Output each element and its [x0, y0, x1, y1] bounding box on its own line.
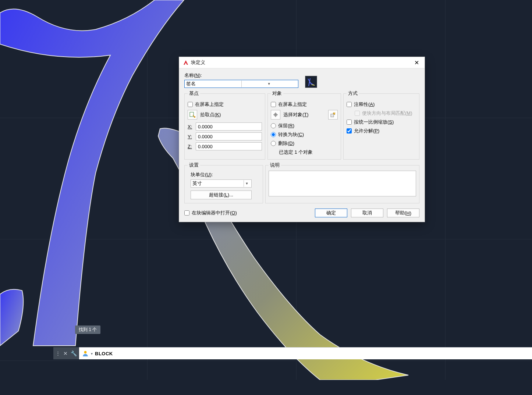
match-layout-checkbox: 使块方向与布局匹配(M)	[355, 110, 416, 117]
y-input[interactable]	[196, 132, 262, 140]
unit-label: 块单位(U):	[191, 171, 260, 178]
command-bar-handle[interactable]: ⋮ ✕ 🔧	[53, 347, 79, 359]
chevron-down-icon[interactable]: ▼	[244, 180, 250, 187]
command-text: BLOCK	[95, 351, 113, 356]
wrench-icon[interactable]: 🔧	[71, 350, 77, 356]
unit-value: 英寸	[192, 180, 202, 187]
x-label: X:	[188, 124, 194, 129]
command-bar: ⋮ ✕ 🔧 ▾ BLOCK	[53, 347, 532, 359]
cancel-button[interactable]: 取消	[351, 209, 383, 217]
selection-status: 已选定 1 个对象	[279, 149, 338, 156]
dialog-titlebar[interactable]: 块定义 ✕	[179, 57, 425, 68]
svg-rect-3	[331, 114, 334, 117]
pick-point-button[interactable]	[188, 110, 197, 120]
svg-rect-1	[190, 112, 194, 117]
group-behavior-legend: 方式	[347, 90, 359, 97]
svg-point-4	[334, 113, 336, 114]
block-definition-dialog: 块定义 ✕ 名称(N): 签名 ▼ 基点	[179, 57, 425, 222]
caret-down-icon: ▾	[91, 352, 93, 356]
close-icon[interactable]: ✕	[63, 350, 68, 356]
group-description-legend: 说明	[269, 162, 281, 168]
name-label: 名称(N):	[184, 72, 298, 79]
x-input[interactable]	[196, 122, 262, 131]
retain-radio[interactable]: 保留(R)	[271, 122, 338, 129]
hyperlink-button[interactable]: 超链接(L)...	[191, 191, 252, 199]
z-input[interactable]	[196, 142, 262, 150]
group-description: 说明	[265, 162, 419, 203]
description-textarea[interactable]	[269, 171, 416, 196]
name-combo[interactable]: 签名 ▼	[184, 80, 298, 88]
quick-select-button[interactable]	[328, 110, 338, 120]
command-input[interactable]: ▾ BLOCK	[79, 347, 532, 359]
grip-icon: ⋮	[56, 350, 60, 356]
svg-point-0	[84, 351, 87, 353]
group-base-legend: 基点	[188, 90, 200, 97]
z-label: Z:	[188, 144, 194, 149]
group-base-point: 基点 在屏幕上指定 拾取点(K) X:	[184, 90, 265, 160]
group-objects-legend: 对象	[271, 90, 283, 97]
annotative-checkbox[interactable]: 注释性(A)	[347, 101, 416, 108]
open-in-editor-checkbox[interactable]: 在块编辑器中打开(O)	[184, 210, 237, 216]
name-value: 签名	[186, 81, 241, 87]
chevron-down-icon[interactable]: ▼	[241, 81, 297, 87]
group-objects: 对象 在屏幕上指定 选择对象(T)	[267, 90, 341, 160]
obj-on-screen-checkbox[interactable]: 在屏幕上指定	[271, 101, 338, 108]
unit-select[interactable]: 英寸 ▼	[191, 179, 252, 188]
convert-radio[interactable]: 转换为块(C)	[271, 131, 338, 138]
delete-radio[interactable]: 删除(D)	[271, 140, 338, 147]
select-objects-label: 选择对象(T)	[283, 111, 325, 118]
group-settings-legend: 设置	[188, 162, 200, 168]
close-button[interactable]: ✕	[408, 57, 425, 68]
prompt-icon	[82, 350, 89, 357]
selection-count-tooltip: 找到 1 个	[75, 325, 100, 334]
group-behavior: 方式 注释性(A) 使块方向与布局匹配(M) 按统一比例缩放(S) 允许分解(P…	[343, 90, 419, 160]
ok-button[interactable]: 确定	[315, 209, 347, 217]
quick-select-icon	[330, 112, 336, 118]
allow-explode-checkbox[interactable]: 允许分解(P)	[347, 128, 416, 134]
select-objects-button[interactable]	[271, 110, 280, 120]
help-button[interactable]: 帮助(H)	[387, 209, 419, 217]
base-on-screen-checkbox[interactable]: 在屏幕上指定	[188, 101, 262, 108]
y-label: Y:	[188, 134, 194, 139]
pick-point-icon	[189, 112, 195, 118]
block-preview	[305, 76, 317, 88]
select-objects-icon	[273, 112, 278, 117]
pick-point-label: 拾取点(K)	[200, 111, 262, 118]
autocad-logo-icon	[183, 60, 189, 65]
dialog-title: 块定义	[191, 59, 406, 66]
uniform-scale-checkbox[interactable]: 按统一比例缩放(S)	[347, 119, 416, 125]
group-settings: 设置 块单位(U): 英寸 ▼ 超链接(L)...	[184, 162, 263, 203]
